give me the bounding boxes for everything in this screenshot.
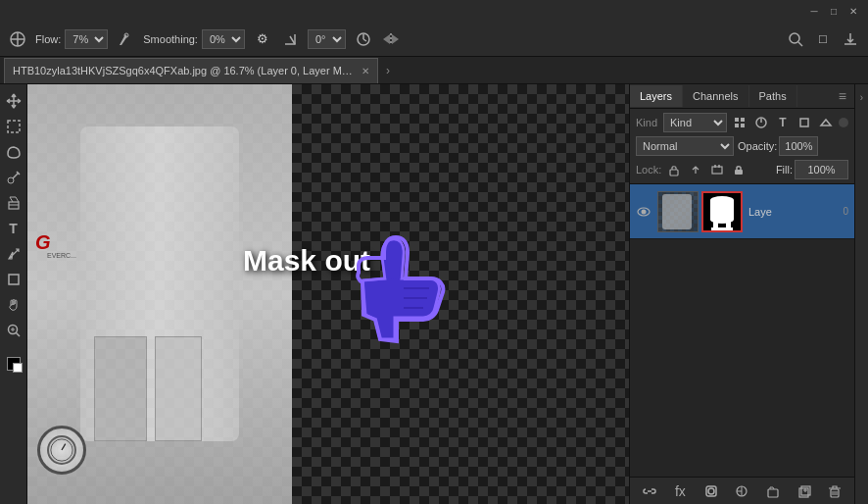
filter-row: Kind Kind T [636, 113, 848, 132]
tab-bar: HTB10zyla13tHKVjSZSgq6x4QFXab.jpg @ 16.7… [0, 57, 868, 84]
title-bar: ─ □ ✕ [0, 0, 868, 22]
pen-tool[interactable] [3, 243, 24, 265]
angle-icon[interactable] [280, 29, 300, 49]
layers-controls: Kind Kind T [630, 109, 854, 184]
tab-paths[interactable]: Paths [749, 85, 797, 107]
angle-select[interactable]: 0° [308, 29, 346, 49]
select-tool[interactable] [3, 116, 24, 137]
lock-pixels-icon[interactable] [665, 161, 683, 178]
zoom-tool[interactable] [3, 320, 24, 341]
opacity-input[interactable] [779, 136, 818, 156]
svg-line-6 [798, 42, 802, 46]
panel-collapse-button[interactable]: › [854, 84, 868, 504]
svg-rect-18 [741, 118, 745, 122]
new-layer-button[interactable] [795, 481, 814, 501]
svg-rect-24 [670, 170, 678, 176]
layer-thumbnails [657, 191, 743, 232]
layers-panel-inner: Layers Channels Paths ≡ Kind Kind [630, 84, 854, 504]
smoothing-select[interactable]: 0% [202, 29, 245, 49]
canvas-area[interactable]: G EVERC... Mask out [27, 84, 629, 504]
tab-arrow[interactable]: › [386, 64, 390, 77]
layer-item[interactable]: Laye 0 [630, 184, 854, 239]
filter-select[interactable]: Kind [663, 113, 727, 132]
minimize-button[interactable]: ─ [807, 4, 821, 18]
svg-rect-10 [9, 275, 19, 284]
svg-rect-7 [8, 121, 20, 132]
blend-mode-select[interactable]: Normal Multiply Screen [636, 136, 734, 156]
pressure-icon[interactable] [354, 29, 373, 49]
svg-rect-20 [741, 124, 745, 127]
filter-dot [839, 118, 848, 127]
layers-list: Laye 0 [630, 184, 854, 477]
type-filter-icon[interactable]: T [774, 114, 792, 131]
lock-all-icon[interactable] [730, 161, 747, 178]
toolbar: Flow: 7% Smoothing: 0% ⚙ 0° □ [0, 22, 868, 57]
tab-layers[interactable]: Layers [630, 85, 683, 107]
eraser-tool[interactable] [3, 192, 24, 214]
svg-rect-23 [800, 119, 808, 126]
maximize-button[interactable]: □ [827, 4, 841, 18]
settings-icon[interactable]: ⚙ [253, 29, 272, 49]
add-style-button[interactable]: fx [670, 481, 690, 501]
lock-position-icon[interactable] [687, 161, 704, 178]
symmetry-icon[interactable] [381, 29, 401, 49]
canvas-content: G EVERC... [27, 84, 292, 504]
svg-rect-39 [799, 488, 808, 497]
delete-layer-button[interactable] [825, 481, 844, 501]
svg-rect-25 [712, 167, 722, 174]
layer-mask-thumb [701, 191, 743, 232]
lock-fill-row: Lock: Fill: [636, 160, 848, 179]
pixel-filter-icon[interactable] [731, 114, 748, 131]
shape-tool[interactable] [3, 269, 24, 290]
lasso-tool[interactable] [3, 141, 24, 163]
new-group-button[interactable] [763, 481, 783, 501]
smoothing-label: Smoothing: [143, 33, 198, 45]
thumbs-up-icon [321, 202, 478, 363]
flow-label: Flow: [35, 33, 61, 45]
hand-tool[interactable] [3, 294, 24, 316]
tool-icon[interactable] [8, 29, 27, 49]
link-layers-button[interactable] [640, 481, 659, 501]
type-tool[interactable]: T [3, 218, 24, 239]
fill-label: Fill: [776, 164, 793, 176]
flow-control: Flow: 7% [35, 29, 108, 49]
svg-line-12 [16, 332, 20, 336]
main-layout: T G EVERC... [0, 84, 868, 504]
smart-filter-icon[interactable] [817, 114, 835, 131]
panel-menu-button[interactable]: ≡ [831, 84, 854, 108]
document-tab[interactable]: HTB10zyla13tHKVjSZSgq6x4QFXab.jpg @ 16.7… [4, 58, 378, 83]
svg-rect-28 [735, 170, 743, 175]
svg-rect-31 [710, 196, 734, 224]
svg-line-16 [62, 444, 66, 450]
adjustment-filter-icon[interactable] [752, 114, 770, 131]
brush-icon[interactable] [116, 29, 135, 49]
shape-filter-icon[interactable] [796, 114, 813, 131]
tab-close-button[interactable]: ✕ [362, 66, 369, 76]
layer-name-label: Laye [748, 206, 837, 218]
tab-channels[interactable]: Channels [683, 85, 748, 107]
product-gauge [37, 426, 86, 475]
view-icon[interactable]: □ [813, 29, 833, 49]
svg-point-36 [708, 488, 714, 494]
export-icon[interactable] [841, 29, 860, 49]
flow-select[interactable]: 7% [65, 29, 108, 49]
close-button[interactable]: ✕ [846, 4, 860, 18]
layers-panel: Layers Channels Paths ≡ Kind Kind [629, 84, 854, 504]
filter-kind-label: Kind [636, 117, 657, 128]
layer-badge: 0 [843, 206, 848, 217]
lock-artboard-icon[interactable] [708, 161, 726, 178]
layer-visibility-toggle[interactable] [636, 204, 651, 220]
layer-content-thumb [657, 191, 699, 232]
brush-tool[interactable] [3, 167, 24, 188]
add-adjustment-button[interactable] [732, 481, 751, 501]
move-tool[interactable] [3, 90, 24, 112]
svg-rect-38 [768, 489, 778, 497]
svg-point-30 [642, 209, 647, 214]
svg-rect-34 [711, 227, 733, 230]
fill-input[interactable] [795, 160, 848, 179]
add-mask-button[interactable] [701, 481, 721, 501]
opacity-label: Opacity: [738, 140, 777, 152]
zoom-icon[interactable] [786, 29, 805, 49]
fg-color[interactable] [3, 353, 24, 375]
fill-control: Fill: [776, 160, 848, 179]
